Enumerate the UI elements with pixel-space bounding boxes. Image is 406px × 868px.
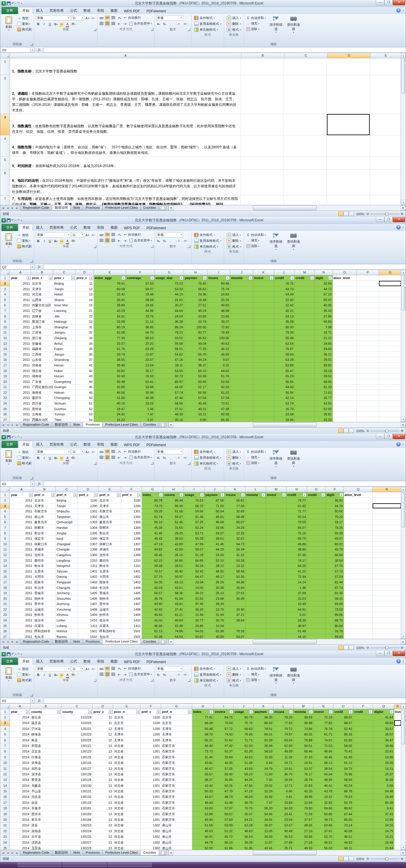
phonetic-button[interactable]: 拼▾ [71,455,76,460]
cell-N11[interactable]: 15.71 [315,330,333,335]
number-format-select[interactable]: 常规▾ [156,232,183,238]
cell-H4[interactable]: 56.48 [192,726,214,732]
cell-E21[interactable]: 晋中市 [98,601,121,607]
cell-P22[interactable] [353,829,373,834]
row-header-3[interactable]: 3 [0,114,10,135]
cell-A18[interactable]: 2011 [10,368,31,374]
cell-A15[interactable]: 2011 [10,569,33,574]
cell-D19[interactable]: 1405 [78,590,98,596]
row-header-14[interactable]: 14 [0,346,10,352]
bold-button[interactable]: B [36,22,41,26]
column-header-L[interactable]: L [274,704,294,709]
cell-M20[interactable] [295,379,315,384]
cell-J19[interactable]: 25.13 [204,590,225,596]
cell-R18[interactable] [373,585,401,591]
cell-O16[interactable]: 79.53 [333,794,353,800]
cell-P25[interactable] [357,406,379,412]
cell-G6[interactable]: 天津市 [161,738,192,743]
ribbon-tab-4[interactable]: 公式 [67,7,80,14]
copy-button[interactable]: 复制 ▾ [16,238,33,243]
cell-D11[interactable]: 1308 [78,547,98,552]
font-name-select[interactable]: 宋体▾ [36,232,70,238]
cell-D13[interactable]: 13 [93,777,113,783]
column-header-N[interactable]: N [286,487,307,492]
cell-K25[interactable]: 43.41 [254,845,274,850]
cell-F12[interactable]: 1301 [141,772,161,777]
grow-font-button[interactable]: A˄ [85,450,90,454]
row-header-23[interactable]: 23 [0,395,10,401]
cell-E12[interactable]: 77.39 [94,335,126,341]
sheet-tab-0[interactable]: Regionalism Code [20,205,52,211]
cell-K8[interactable]: 22.25 [225,531,245,536]
insert-worksheet-icon[interactable] [159,422,166,427]
cell-A5[interactable]: 2011 [10,297,31,303]
note-paragraph-5[interactable]: 5、时间跨度：省级和城市级为2011-2018年，县域为2014-2018年。 [10,157,241,170]
cell-O10[interactable] [333,324,357,330]
zoom-slider-thumb[interactable] [385,858,388,860]
cell-M18[interactable]: 79.80 [294,806,313,811]
dialog-launcher-icon[interactable] [30,43,33,46]
row-header-12[interactable]: 12 [0,335,10,341]
column-header-D[interactable]: D [78,487,98,492]
align-bottom-icon[interactable] [111,15,116,20]
cell-J4[interactable]: 66.83 [234,726,254,732]
cell-G7[interactable]: 44.64 [155,308,184,314]
cell-O24[interactable] [307,618,326,623]
ribbon-tab-6[interactable]: 审阅 [94,224,107,231]
cell-B21[interactable]: 滦县 [30,823,62,828]
cell-L24[interactable]: 53.74 [274,401,295,406]
cell-O5[interactable] [333,297,357,303]
dialog-launcher-icon[interactable] [151,245,154,248]
cell-G21[interactable]: 40.90 [142,601,164,607]
minimize-button[interactable]: — [376,651,384,656]
prev-sheet-icon[interactable]: ◀ [6,850,10,856]
insert-cells-button[interactable]: +插入 ▾ [226,449,242,455]
header-cell-R1[interactable] [373,492,401,498]
cell-F19[interactable]: 1405 [121,590,142,596]
cell-E6[interactable]: 天津市 [113,738,141,743]
cell-H15[interactable]: 56.70 [184,352,207,358]
cell-F4[interactable]: 1200 [141,726,161,732]
cell-C27[interactable]: Tibet [53,417,75,422]
cell-B9[interactable]: 黑龙江省 [31,319,53,324]
cell-Q5[interactable] [344,514,373,520]
find-select-button[interactable]: 查找和选择▾ [285,666,302,685]
cell-B8[interactable]: 邢台市 [33,531,56,536]
cell-K5[interactable]: 89.31 [254,732,274,737]
zoom-slider-thumb[interactable] [385,213,388,215]
cell-D24[interactable]: 51 [75,401,94,406]
cell-R12[interactable] [373,552,401,558]
cell-G27[interactable]: 61.08 [142,634,164,639]
cell-B3[interactable] [241,114,284,135]
column-header-P[interactable]: P [357,270,379,275]
cell-B7[interactable]: 邯郸市 [33,525,56,531]
cell-N14[interactable]: 64.25 [286,563,307,569]
dialog-launcher-icon[interactable] [94,245,96,248]
row-header-2[interactable]: 2 [0,281,10,286]
cell-K25[interactable] [253,406,274,412]
cell-I25[interactable]: 47.38 [207,406,230,412]
cell-M11[interactable]: 53.37 [294,766,313,772]
cell-C1[interactable] [284,58,327,75]
cell-P3[interactable] [357,286,379,292]
scroll-down-icon[interactable]: ▼ [401,845,406,850]
cell-I18[interactable]: 14.00 [184,585,204,591]
cell-G14[interactable]: 石家庄市 [161,783,192,788]
cell-M24[interactable]: 27.18 [294,840,313,845]
cell-J24[interactable]: 39.39 [234,840,254,845]
cell-F7[interactable]: 1301 [141,743,161,749]
cell-B18[interactable]: 长治市 [33,585,56,591]
cell-E16[interactable]: 大同市 [98,574,121,580]
cell-F22[interactable]: 1408 [121,607,142,612]
cell-E10[interactable]: 河北省 [113,760,141,766]
cell-E14[interactable]: 61.76 [94,346,126,352]
delete-cells-button[interactable]: ×删除 ▾ [226,238,242,244]
cell-C3[interactable]: Tianjin [53,286,75,292]
cell-K15[interactable]: 58.48 [225,569,245,574]
cell-I25[interactable]: 61.66 [214,845,234,850]
zoom-out-icon[interactable]: ⊖ [367,212,369,216]
row-header-4[interactable]: 4 [0,292,10,297]
page-break-view-icon[interactable] [349,646,354,650]
cell-P19[interactable]: 91.30 [326,590,344,596]
filter-dropdown-icon[interactable]: ▾ [109,710,112,714]
